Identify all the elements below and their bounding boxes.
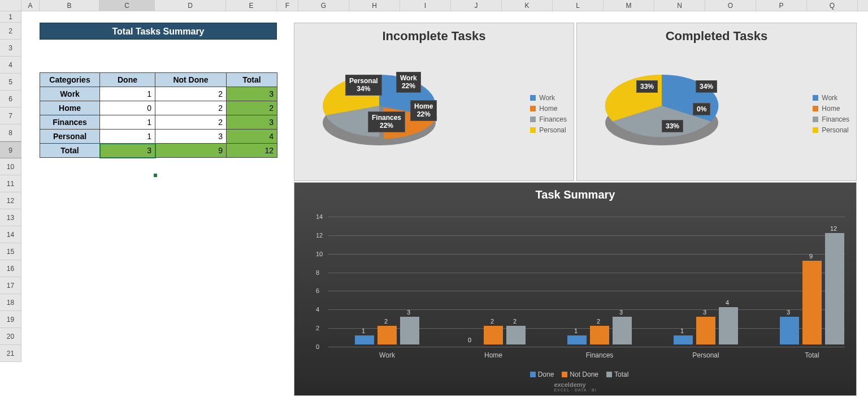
x-tick: Total [759,351,865,359]
cat[interactable]: Work [40,87,100,101]
bar-value: 2 [484,318,501,325]
worksheet: ABCDEFGHIJKLMNOPQR 123456789101112131415… [0,0,868,405]
cat-total[interactable]: Total [40,144,100,158]
fill-handle[interactable] [154,174,157,177]
cell[interactable]: 1 [100,115,155,130]
y-tick: 0 [316,343,319,350]
legend-label: Total [614,370,628,378]
bar-value: 3 [780,309,797,316]
chart-title: Task Summary [294,183,856,201]
y-tick: 4 [316,306,319,313]
bar-value: 12 [825,225,842,232]
bar [567,335,587,344]
bar-value: 2 [590,318,607,325]
cell[interactable]: 0 [100,101,155,115]
cell[interactable]: 1 [100,130,155,144]
brand-sub: EXCEL · DATA · BI [554,388,596,392]
summary-title: Total Tasks Summary [40,23,277,40]
legend-swatch [606,372,612,377]
summary-table[interactable]: Categories Done Not Done Total Work123 H… [40,72,277,158]
hdr-categories[interactable]: Categories [40,73,100,87]
cell-selected[interactable]: 3 [100,144,155,158]
y-tick: 12 [316,232,323,239]
y-tick: 10 [316,251,323,257]
bar-value: 1 [674,328,691,334]
legend-label: Done [538,370,554,378]
cell[interactable]: 3 [227,115,277,130]
data-label: Finances22% [368,111,405,132]
legend-item: Personal [530,126,567,134]
data-label: Home22% [410,100,437,121]
cell[interactable]: 3 [155,130,227,144]
legend: WorkHomeFinancesPersonal [813,91,849,137]
cell[interactable]: 2 [155,115,227,130]
hdr-total[interactable]: Total [227,73,277,87]
x-tick: Finances [546,351,653,359]
cell[interactable]: 2 [155,101,227,115]
cell[interactable]: 4 [227,130,277,144]
chart-title: Incomplete Tasks [294,23,574,44]
brand-name: exceldemy [554,381,585,388]
legend-swatch [530,372,536,377]
legend-item: Work [813,94,849,102]
legend-item: Finances [813,115,849,123]
cat[interactable]: Home [40,101,100,115]
data-label: 34% [696,80,717,93]
y-tick: 14 [316,213,323,220]
row-headers[interactable]: 123456789101112131415161718192021 [0,11,21,362]
x-tick: Home [440,351,546,359]
legend-item: Work [530,94,567,102]
legend-item: Home [813,105,849,113]
hdr-done[interactable]: Done [100,73,155,87]
legend: WorkHomeFinancesPersonal [530,91,567,137]
cat[interactable]: Finances [40,115,100,130]
bar-plot-area: 02468101214123Work022Home123Finances134P… [311,217,845,344]
pie: 34%0%33%33% [588,49,735,162]
pie: Work22%Home22%Finances22%Personal34% [306,49,453,162]
cell[interactable]: 9 [155,144,227,158]
legend-item: Finances [530,115,567,123]
bar-value: 2 [377,318,394,325]
y-tick: 6 [316,287,319,294]
bar [696,317,715,344]
bar [400,317,419,344]
legend-label: Not Done [570,370,598,378]
bar-value: 0 [461,337,478,343]
bar-value: 9 [802,253,819,260]
bar-value: 1 [355,328,372,334]
column-headers[interactable]: ABCDEFGHIJKLMNOPQR [0,0,868,11]
chart-incomplete[interactable]: Incomplete Tasks Work22%Home22%Finances2… [294,23,574,181]
bar [719,307,738,344]
cell[interactable]: 2 [227,101,277,115]
bar [780,317,799,344]
data-label: Personal34% [345,75,382,96]
bar [484,326,503,344]
chart-title: Completed Tasks [577,23,856,44]
cell[interactable]: 1 [100,87,155,101]
bar [825,233,844,344]
bar-value: 3 [400,309,417,316]
bar [355,335,374,344]
hdr-notdone[interactable]: Not Done [155,73,227,87]
bar [802,261,822,344]
legend-item: Home [530,105,567,113]
chart-completed[interactable]: Completed Tasks 34%0%33%33% WorkHomeFina… [576,23,857,181]
x-tick: Work [334,351,440,359]
cell[interactable]: 12 [227,144,277,158]
bar [674,335,693,344]
x-tick: Personal [653,351,759,359]
bar-value: 2 [506,318,523,325]
legend-swatch [562,372,567,377]
cell[interactable]: 2 [155,87,227,101]
bar-value: 4 [719,299,736,306]
cell[interactable]: 3 [227,87,277,101]
bar-value: 3 [613,309,630,316]
bar-value: 3 [696,309,713,316]
chart-task-summary[interactable]: Task Summary 02468101214123Work022Home12… [294,182,857,396]
bar [377,326,397,344]
bar-value: 1 [567,328,584,334]
watermark: exceldemy EXCEL · DATA · BI [554,381,596,392]
bar-legend: DoneNot DoneTotal [294,370,856,378]
cat[interactable]: Personal [40,130,100,144]
y-tick: 2 [316,325,319,331]
